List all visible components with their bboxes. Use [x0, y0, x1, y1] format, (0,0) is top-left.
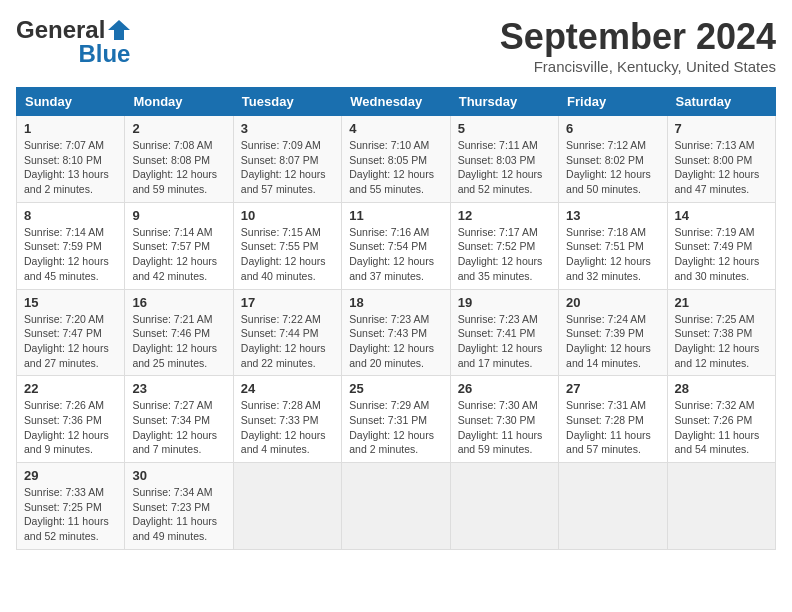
day-number: 16	[132, 295, 225, 310]
calendar-cell: 10Sunrise: 7:15 AM Sunset: 7:55 PM Dayli…	[233, 202, 341, 289]
day-number: 13	[566, 208, 659, 223]
calendar-cell: 7Sunrise: 7:13 AM Sunset: 8:00 PM Daylig…	[667, 116, 775, 203]
day-info: Sunrise: 7:24 AM Sunset: 7:39 PM Dayligh…	[566, 312, 659, 371]
day-number: 19	[458, 295, 551, 310]
day-info: Sunrise: 7:14 AM Sunset: 7:57 PM Dayligh…	[132, 225, 225, 284]
day-info: Sunrise: 7:11 AM Sunset: 8:03 PM Dayligh…	[458, 138, 551, 197]
calendar-cell: 1Sunrise: 7:07 AM Sunset: 8:10 PM Daylig…	[17, 116, 125, 203]
calendar-day-header: Tuesday	[233, 88, 341, 116]
day-info: Sunrise: 7:21 AM Sunset: 7:46 PM Dayligh…	[132, 312, 225, 371]
day-info: Sunrise: 7:20 AM Sunset: 7:47 PM Dayligh…	[24, 312, 117, 371]
day-info: Sunrise: 7:09 AM Sunset: 8:07 PM Dayligh…	[241, 138, 334, 197]
calendar-header-row: SundayMondayTuesdayWednesdayThursdayFrid…	[17, 88, 776, 116]
day-info: Sunrise: 7:28 AM Sunset: 7:33 PM Dayligh…	[241, 398, 334, 457]
calendar-week-row: 8Sunrise: 7:14 AM Sunset: 7:59 PM Daylig…	[17, 202, 776, 289]
day-info: Sunrise: 7:27 AM Sunset: 7:34 PM Dayligh…	[132, 398, 225, 457]
page-header: General Blue September 2024 Francisville…	[16, 16, 776, 75]
calendar-table: SundayMondayTuesdayWednesdayThursdayFrid…	[16, 87, 776, 550]
day-number: 23	[132, 381, 225, 396]
calendar-cell: 3Sunrise: 7:09 AM Sunset: 8:07 PM Daylig…	[233, 116, 341, 203]
calendar-cell: 2Sunrise: 7:08 AM Sunset: 8:08 PM Daylig…	[125, 116, 233, 203]
logo: General Blue	[16, 16, 130, 68]
calendar-cell: 29Sunrise: 7:33 AM Sunset: 7:25 PM Dayli…	[17, 463, 125, 550]
day-number: 27	[566, 381, 659, 396]
day-info: Sunrise: 7:19 AM Sunset: 7:49 PM Dayligh…	[675, 225, 768, 284]
calendar-cell	[450, 463, 558, 550]
day-info: Sunrise: 7:33 AM Sunset: 7:25 PM Dayligh…	[24, 485, 117, 544]
month-title: September 2024	[500, 16, 776, 58]
day-number: 9	[132, 208, 225, 223]
day-info: Sunrise: 7:23 AM Sunset: 7:43 PM Dayligh…	[349, 312, 442, 371]
calendar-cell	[233, 463, 341, 550]
calendar-cell: 28Sunrise: 7:32 AM Sunset: 7:26 PM Dayli…	[667, 376, 775, 463]
calendar-cell: 21Sunrise: 7:25 AM Sunset: 7:38 PM Dayli…	[667, 289, 775, 376]
calendar-cell	[667, 463, 775, 550]
calendar-cell: 6Sunrise: 7:12 AM Sunset: 8:02 PM Daylig…	[559, 116, 667, 203]
calendar-week-row: 15Sunrise: 7:20 AM Sunset: 7:47 PM Dayli…	[17, 289, 776, 376]
day-info: Sunrise: 7:26 AM Sunset: 7:36 PM Dayligh…	[24, 398, 117, 457]
day-number: 21	[675, 295, 768, 310]
day-info: Sunrise: 7:32 AM Sunset: 7:26 PM Dayligh…	[675, 398, 768, 457]
calendar-cell: 18Sunrise: 7:23 AM Sunset: 7:43 PM Dayli…	[342, 289, 450, 376]
day-number: 11	[349, 208, 442, 223]
day-number: 1	[24, 121, 117, 136]
day-number: 28	[675, 381, 768, 396]
calendar-week-row: 1Sunrise: 7:07 AM Sunset: 8:10 PM Daylig…	[17, 116, 776, 203]
calendar-cell: 30Sunrise: 7:34 AM Sunset: 7:23 PM Dayli…	[125, 463, 233, 550]
day-info: Sunrise: 7:14 AM Sunset: 7:59 PM Dayligh…	[24, 225, 117, 284]
calendar-cell: 14Sunrise: 7:19 AM Sunset: 7:49 PM Dayli…	[667, 202, 775, 289]
calendar-cell: 17Sunrise: 7:22 AM Sunset: 7:44 PM Dayli…	[233, 289, 341, 376]
day-number: 10	[241, 208, 334, 223]
calendar-week-row: 22Sunrise: 7:26 AM Sunset: 7:36 PM Dayli…	[17, 376, 776, 463]
calendar-cell	[342, 463, 450, 550]
day-number: 29	[24, 468, 117, 483]
day-info: Sunrise: 7:29 AM Sunset: 7:31 PM Dayligh…	[349, 398, 442, 457]
calendar-day-header: Sunday	[17, 88, 125, 116]
calendar-day-header: Monday	[125, 88, 233, 116]
calendar-cell: 13Sunrise: 7:18 AM Sunset: 7:51 PM Dayli…	[559, 202, 667, 289]
svg-marker-0	[108, 20, 130, 40]
day-info: Sunrise: 7:16 AM Sunset: 7:54 PM Dayligh…	[349, 225, 442, 284]
day-number: 6	[566, 121, 659, 136]
calendar-cell	[559, 463, 667, 550]
day-number: 8	[24, 208, 117, 223]
day-info: Sunrise: 7:23 AM Sunset: 7:41 PM Dayligh…	[458, 312, 551, 371]
day-info: Sunrise: 7:31 AM Sunset: 7:28 PM Dayligh…	[566, 398, 659, 457]
calendar-cell: 25Sunrise: 7:29 AM Sunset: 7:31 PM Dayli…	[342, 376, 450, 463]
day-number: 15	[24, 295, 117, 310]
day-info: Sunrise: 7:13 AM Sunset: 8:00 PM Dayligh…	[675, 138, 768, 197]
calendar-cell: 16Sunrise: 7:21 AM Sunset: 7:46 PM Dayli…	[125, 289, 233, 376]
day-number: 24	[241, 381, 334, 396]
day-info: Sunrise: 7:17 AM Sunset: 7:52 PM Dayligh…	[458, 225, 551, 284]
calendar-day-header: Thursday	[450, 88, 558, 116]
day-number: 26	[458, 381, 551, 396]
day-info: Sunrise: 7:25 AM Sunset: 7:38 PM Dayligh…	[675, 312, 768, 371]
calendar-day-header: Friday	[559, 88, 667, 116]
day-number: 3	[241, 121, 334, 136]
day-info: Sunrise: 7:18 AM Sunset: 7:51 PM Dayligh…	[566, 225, 659, 284]
calendar-cell: 24Sunrise: 7:28 AM Sunset: 7:33 PM Dayli…	[233, 376, 341, 463]
calendar-cell: 12Sunrise: 7:17 AM Sunset: 7:52 PM Dayli…	[450, 202, 558, 289]
day-info: Sunrise: 7:15 AM Sunset: 7:55 PM Dayligh…	[241, 225, 334, 284]
calendar-cell: 22Sunrise: 7:26 AM Sunset: 7:36 PM Dayli…	[17, 376, 125, 463]
day-number: 7	[675, 121, 768, 136]
calendar-cell: 5Sunrise: 7:11 AM Sunset: 8:03 PM Daylig…	[450, 116, 558, 203]
day-number: 2	[132, 121, 225, 136]
day-number: 20	[566, 295, 659, 310]
day-info: Sunrise: 7:22 AM Sunset: 7:44 PM Dayligh…	[241, 312, 334, 371]
calendar-day-header: Wednesday	[342, 88, 450, 116]
calendar-cell: 23Sunrise: 7:27 AM Sunset: 7:34 PM Dayli…	[125, 376, 233, 463]
calendar-cell: 11Sunrise: 7:16 AM Sunset: 7:54 PM Dayli…	[342, 202, 450, 289]
day-info: Sunrise: 7:07 AM Sunset: 8:10 PM Dayligh…	[24, 138, 117, 197]
calendar-cell: 4Sunrise: 7:10 AM Sunset: 8:05 PM Daylig…	[342, 116, 450, 203]
day-number: 25	[349, 381, 442, 396]
day-info: Sunrise: 7:08 AM Sunset: 8:08 PM Dayligh…	[132, 138, 225, 197]
title-section: September 2024 Francisville, Kentucky, U…	[500, 16, 776, 75]
day-info: Sunrise: 7:34 AM Sunset: 7:23 PM Dayligh…	[132, 485, 225, 544]
calendar-cell: 15Sunrise: 7:20 AM Sunset: 7:47 PM Dayli…	[17, 289, 125, 376]
day-number: 12	[458, 208, 551, 223]
day-info: Sunrise: 7:12 AM Sunset: 8:02 PM Dayligh…	[566, 138, 659, 197]
logo-arrow-icon	[108, 20, 130, 40]
calendar-day-header: Saturday	[667, 88, 775, 116]
day-number: 30	[132, 468, 225, 483]
